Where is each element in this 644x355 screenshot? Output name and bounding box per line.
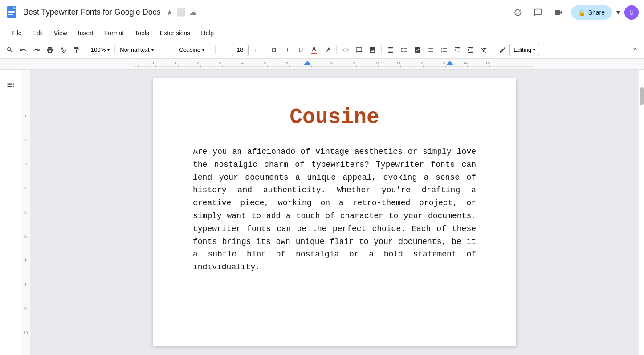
doc-heading: Cousine xyxy=(193,105,476,129)
cloud-icon[interactable]: ☁ xyxy=(189,8,196,17)
line-spacing-button[interactable] xyxy=(398,44,410,56)
svg-marker-43 xyxy=(446,61,453,65)
ruler: 2 1 1 2 3 4 5 6 7 8 9 10 11 12 13 14 15 xyxy=(0,59,644,70)
comment-button[interactable] xyxy=(353,44,365,56)
menu-extensions[interactable]: Extensions xyxy=(155,28,195,38)
zoom-label: 100% xyxy=(91,46,106,53)
font-label: Cousine xyxy=(179,46,200,53)
editing-chevron: ▾ xyxy=(533,47,535,52)
doc-container[interactable]: Cousine Are you an aficionado of vintage… xyxy=(30,70,639,355)
undo-button[interactable] xyxy=(17,44,29,56)
share-button[interactable]: 🔒 Share xyxy=(571,5,612,20)
italic-button[interactable]: I xyxy=(281,44,293,56)
sep-8 xyxy=(493,45,493,54)
menu-tools[interactable]: Tools xyxy=(130,28,154,38)
svg-text:15: 15 xyxy=(485,61,490,65)
paint-format-button[interactable] xyxy=(70,44,83,56)
align-button[interactable] xyxy=(384,44,397,56)
svg-rect-4 xyxy=(8,14,13,15)
link-button[interactable] xyxy=(339,44,352,56)
checklist-button[interactable] xyxy=(411,44,424,56)
share-label: Share xyxy=(588,9,605,16)
editing-label: Editing xyxy=(514,46,531,53)
font-size-box[interactable]: 18 xyxy=(232,44,249,56)
sep-5 xyxy=(265,45,265,54)
menu-help[interactable]: Help xyxy=(196,28,218,38)
text-color-button[interactable]: A xyxy=(308,44,320,56)
sep-2 xyxy=(114,45,115,54)
title-bar: Best Typewriter Fonts for Google Docs ★ … xyxy=(0,0,644,25)
image-button[interactable] xyxy=(366,44,379,56)
indent-increase-button[interactable] xyxy=(465,44,477,56)
underline-button[interactable]: U xyxy=(294,44,307,56)
sep-4 xyxy=(215,45,216,54)
pencil-button[interactable] xyxy=(496,44,509,56)
star-icon[interactable]: ★ xyxy=(166,8,173,17)
svg-rect-3 xyxy=(8,12,15,13)
avatar: U xyxy=(624,5,639,20)
sep-6 xyxy=(336,45,337,54)
svg-text:1: 1 xyxy=(152,61,155,65)
svg-text:4: 4 xyxy=(241,61,244,65)
text-style-label: Normal text xyxy=(120,46,149,53)
menu-format[interactable]: Format xyxy=(100,28,128,38)
bullet-list-button[interactable] xyxy=(424,44,437,56)
collapse-toolbar-button[interactable] xyxy=(630,44,640,56)
highlight-button[interactable] xyxy=(321,44,334,56)
sep-1 xyxy=(86,45,86,54)
clear-format-button[interactable] xyxy=(478,44,490,56)
svg-text:11: 11 xyxy=(396,61,401,65)
history-button[interactable] xyxy=(509,4,526,21)
svg-rect-2 xyxy=(8,11,15,12)
svg-text:8: 8 xyxy=(330,61,333,65)
svg-text:12: 12 xyxy=(419,61,423,65)
left-sidebar xyxy=(0,70,21,355)
meeting-button[interactable] xyxy=(550,4,567,21)
svg-text:3: 3 xyxy=(219,61,221,65)
doc-body: Are you an aficionado of vintage aesthet… xyxy=(193,145,476,274)
increase-font-button[interactable]: + xyxy=(249,44,262,56)
text-style-select[interactable]: Normal text ▾ xyxy=(118,44,171,56)
menu-view[interactable]: View xyxy=(49,28,72,38)
doc-icon xyxy=(5,5,20,20)
comments-button[interactable] xyxy=(530,4,546,21)
svg-text:9: 9 xyxy=(353,61,355,65)
main-area: 1 2 3 4 5 6 7 8 9 10 Cousine Are you an … xyxy=(0,70,644,355)
lock-icon: 🔒 xyxy=(578,9,586,16)
outline-toggle[interactable] xyxy=(3,77,19,95)
document-page: Cousine Are you an aficionado of vintage… xyxy=(153,78,516,346)
tablet-icon[interactable]: ⬜ xyxy=(177,8,186,17)
redo-button[interactable] xyxy=(30,44,43,56)
text-style-chevron: ▾ xyxy=(151,47,154,52)
svg-text:2: 2 xyxy=(197,61,199,65)
zoom-select[interactable]: 100% ▾ xyxy=(89,44,112,56)
menu-insert[interactable]: Insert xyxy=(73,28,98,38)
menu-edit[interactable]: Edit xyxy=(28,28,48,38)
scrollbar-thumb[interactable] xyxy=(640,87,644,105)
svg-text:5: 5 xyxy=(264,61,266,65)
editing-select[interactable]: Editing ▾ xyxy=(509,44,539,56)
svg-text:1: 1 xyxy=(175,61,177,65)
share-dropdown-button[interactable]: ▾ xyxy=(616,8,620,17)
spellcheck-button[interactable] xyxy=(57,44,69,56)
numbered-list-button[interactable] xyxy=(438,44,450,56)
sep-3 xyxy=(174,45,174,54)
svg-text:U: U xyxy=(629,9,634,16)
title-icons: ★ ⬜ ☁ xyxy=(166,8,196,17)
menu-bar: File Edit View Insert Format Tools Exten… xyxy=(0,25,644,41)
svg-text:13: 13 xyxy=(441,61,445,65)
indent-decrease-button[interactable] xyxy=(451,44,464,56)
svg-text:2: 2 xyxy=(135,61,137,65)
font-chevron: ▾ xyxy=(202,47,204,52)
toolbar: 100% ▾ Normal text ▾ Cousine ▾ − 18 + B … xyxy=(0,41,644,59)
doc-title: Best Typewriter Fonts for Google Docs xyxy=(23,8,161,17)
decrease-font-button[interactable]: − xyxy=(218,44,231,56)
font-select[interactable]: Cousine ▾ xyxy=(177,44,212,56)
print-button[interactable] xyxy=(44,44,56,56)
sep-7 xyxy=(381,45,382,54)
toolbar-right xyxy=(630,44,640,56)
menu-file[interactable]: File xyxy=(7,28,26,38)
svg-text:6: 6 xyxy=(286,61,288,65)
bold-button[interactable]: B xyxy=(268,44,280,56)
search-button[interactable] xyxy=(4,44,16,56)
